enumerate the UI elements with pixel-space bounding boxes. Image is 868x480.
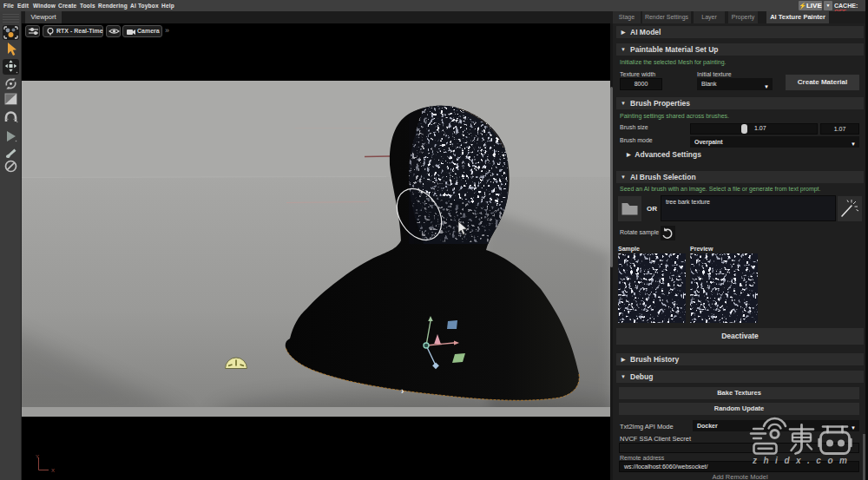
svg-text:Y: Y bbox=[36, 454, 39, 459]
svg-text:›: › bbox=[401, 386, 404, 396]
svg-text:zhidx.com: zhidx.com bbox=[752, 456, 853, 465]
svg-text:X: X bbox=[51, 468, 55, 473]
